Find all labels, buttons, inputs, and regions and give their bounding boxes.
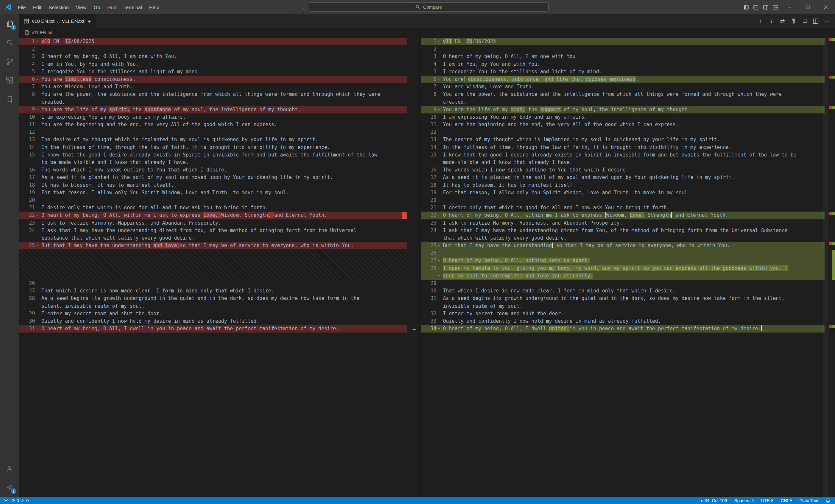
line-number[interactable]: 29 <box>421 280 436 287</box>
diff-row[interactable]: 4I am in You, by You and with You. <box>421 61 824 68</box>
menu-terminal[interactable]: Terminal <box>120 0 146 14</box>
previous-change-button[interactable]: ↑ <box>755 16 765 26</box>
line-number[interactable]: 32 <box>421 310 436 317</box>
diff-row[interactable]: 16The words which I now speak outline to… <box>19 166 407 174</box>
line-number[interactable]: 19 <box>19 189 35 196</box>
line-number[interactable] <box>19 159 35 166</box>
line-number[interactable]: 22 <box>421 212 436 219</box>
diff-row[interactable]: 19For that reason, I allow only You Spir… <box>421 189 824 196</box>
diff-row[interactable]: 8You are the power, the substance and th… <box>19 91 407 98</box>
toggle-whitespace-button[interactable]: ¶ <box>789 16 798 26</box>
diff-row[interactable]: 18It has to blossom, it has to manifest … <box>19 182 407 189</box>
line-number[interactable]: 27 <box>19 287 35 295</box>
line-number[interactable]: 4 <box>19 61 35 68</box>
diff-row[interactable]: 16The words which I now speak outline to… <box>421 166 824 174</box>
line-number[interactable]: 11 <box>421 121 436 128</box>
revert-change-arrow-icon[interactable]: → <box>408 326 420 333</box>
remote-indicator-icon[interactable]: >< <box>3 498 10 503</box>
settings-gear-icon[interactable]: 1 <box>0 478 19 497</box>
diff-row[interactable]: 1-v10 EN 12/06/2025 <box>19 38 407 45</box>
diff-row[interactable]: 5I recognize You in the stillness and li… <box>421 68 824 76</box>
diff-row[interactable]: 10I am expressing You in my body and in … <box>19 113 407 121</box>
diff-row[interactable]: 22-O heart of my being, O All, within me… <box>19 212 407 219</box>
customize-layout-icon[interactable] <box>770 0 780 14</box>
diff-row[interactable]: 21I desire only that which is good for a… <box>421 204 824 212</box>
line-number[interactable]: 9 <box>421 106 436 113</box>
line-number[interactable]: 30 <box>19 317 35 325</box>
diff-row[interactable]: 2 <box>421 45 824 53</box>
diff-row[interactable]: 20 <box>421 196 824 204</box>
search-view-icon[interactable] <box>0 33 19 52</box>
line-number[interactable]: 1 <box>19 38 35 45</box>
line-number[interactable]: 13 <box>421 136 436 143</box>
line-number[interactable] <box>19 302 35 310</box>
diff-row[interactable]: 20 <box>19 196 407 204</box>
toggle-panel-icon[interactable] <box>751 0 761 14</box>
line-number[interactable]: 12 <box>421 128 436 136</box>
diff-row[interactable]: 3O heart of my being, O All, I am one wi… <box>19 53 407 60</box>
line-number[interactable]: 2 <box>421 45 436 53</box>
line-number[interactable] <box>421 302 436 310</box>
diff-row[interactable]: 7You are Wisdom, Love and Truth. <box>19 83 407 91</box>
diff-row[interactable]: created. <box>421 99 824 106</box>
line-number[interactable]: 2 <box>19 45 35 53</box>
diff-row[interactable]: 17As a seed it is planted in the soil of… <box>19 174 407 181</box>
language-mode[interactable]: Plain Text <box>799 498 818 503</box>
line-number[interactable]: 10 <box>421 113 436 121</box>
notifications-bell-icon[interactable] <box>826 498 831 503</box>
diff-row[interactable]: 13The desire of my thought which is impl… <box>421 136 824 143</box>
diff-row[interactable]: 31As a seed begins its growth undergroun… <box>421 295 824 302</box>
line-number[interactable] <box>19 99 35 106</box>
line-number[interactable]: 18 <box>421 182 436 189</box>
line-number[interactable] <box>421 272 436 280</box>
line-number[interactable]: 26 <box>421 249 436 257</box>
more-actions-button[interactable]: ⋯ <box>822 16 832 26</box>
line-number[interactable]: 16 <box>19 166 35 174</box>
scrollbar[interactable] <box>823 37 829 497</box>
diff-row[interactable]: 26+ <box>421 249 824 257</box>
diff-row[interactable]: 13The desire of my thought which is impl… <box>19 136 407 143</box>
diff-row[interactable]: 30That which I desire is now made clear.… <box>421 287 824 295</box>
line-number[interactable]: 1 <box>421 38 436 45</box>
diff-row[interactable]: Substance that which will satisfy every … <box>19 234 407 242</box>
line-number[interactable]: 24 <box>421 227 436 234</box>
diff-row[interactable]: 2 <box>19 45 407 53</box>
line-number[interactable]: 23 <box>421 219 436 227</box>
bookmarks-icon[interactable] <box>0 90 19 109</box>
source-control-icon[interactable] <box>0 52 19 71</box>
diff-row[interactable]: 4I am in You, by You and with You. <box>19 61 407 68</box>
line-number[interactable]: 4 <box>421 61 436 68</box>
diff-row[interactable]: 32I enter my secret room and shut the do… <box>421 310 824 317</box>
window-minimize-button[interactable] <box>780 0 798 14</box>
line-number[interactable]: 11 <box>19 121 35 128</box>
diff-row[interactable]: 27+O heart of my being, O All, nothing s… <box>421 257 824 265</box>
window-close-button[interactable] <box>817 0 835 14</box>
toggle-primary-sidebar-icon[interactable] <box>741 0 751 14</box>
line-number[interactable]: 12 <box>19 128 35 136</box>
line-number[interactable]: 33 <box>421 317 436 325</box>
line-number[interactable]: 27 <box>421 257 436 265</box>
diff-row[interactable]: 11You are the beginning and the end, the… <box>19 121 407 128</box>
line-number[interactable] <box>421 99 436 106</box>
diff-row[interactable]: 24I ask that I may have the understandin… <box>19 227 407 234</box>
accounts-icon[interactable] <box>0 459 19 478</box>
go-back-icon[interactable]: ← <box>287 4 293 11</box>
line-number[interactable]: 17 <box>19 174 35 181</box>
diff-row[interactable]: 12 <box>19 128 407 136</box>
line-number[interactable]: 29 <box>19 310 35 317</box>
cursor-position[interactable]: Ln 34, Col 109 <box>698 498 727 503</box>
diff-row[interactable]: 6+You are consciousness, substance, and … <box>421 76 824 83</box>
diff-row[interactable]: 7You are Wisdom, Love and Truth. <box>421 83 824 91</box>
line-number[interactable]: 31 <box>19 325 35 333</box>
diff-row[interactable]: 22+O heart of my being, O All, within me… <box>421 212 824 219</box>
line-number[interactable]: 14 <box>19 144 35 151</box>
line-number[interactable]: 18 <box>19 182 35 189</box>
diff-row[interactable]: 34+O heart of my being, O All, I dwell u… <box>421 325 824 333</box>
menu-run[interactable]: Run <box>104 0 120 14</box>
command-center-search[interactable]: Compare <box>309 2 549 12</box>
diff-row[interactable]: 25+But that I may have the understanding… <box>421 242 824 249</box>
diff-row[interactable]: made visible and I know that already I h… <box>421 159 824 166</box>
line-number[interactable]: 10 <box>19 113 35 121</box>
menu-edit[interactable]: Edit <box>29 0 45 14</box>
diff-row[interactable]: 15I know that the good I desire already … <box>19 151 407 159</box>
